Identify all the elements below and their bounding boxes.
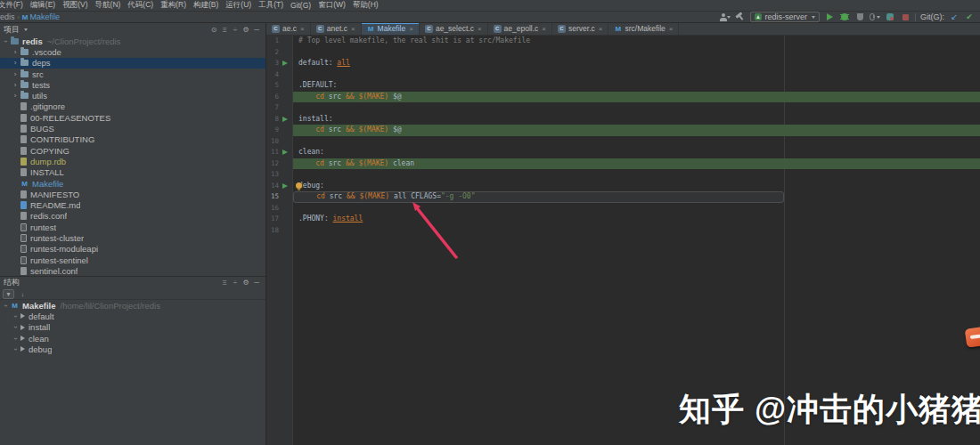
code-line-18[interactable] [293,225,980,237]
navigate-with-source-icon[interactable]: ↓ [17,289,29,299]
code-lines[interactable]: # Top level makefile, the real shit is a… [293,36,980,236]
chevron-icon[interactable]: › [12,324,20,331]
update-project-icon[interactable]: ↙ [949,12,960,22]
menu-item-3[interactable]: 导航(N) [92,0,125,11]
code-line-9[interactable]: cd src && $(MAKE) $@ [293,125,980,136]
chevron-down-icon[interactable] [24,28,28,31]
code-editor[interactable]: 123456789101112131415161718 # Top level … [266,36,980,445]
menu-item-10[interactable]: 窗口(W) [314,0,349,11]
run-target-icon[interactable] [282,61,288,66]
tree-item-runtest-moduleapi[interactable]: runtest-moduleapi [0,244,265,255]
tree-item-tests[interactable]: ›tests [0,79,265,90]
tree-item-contributing[interactable]: CONTRIBUTING [0,134,265,145]
coverage-icon[interactable] [854,12,865,22]
chevron-collapsed-icon[interactable]: › [12,81,19,89]
run-target-icon[interactable] [282,183,288,189]
breadcrumb-file[interactable]: Makefile [30,12,61,21]
tab-close-icon[interactable]: × [409,25,413,33]
gutter-row[interactable]: 15 [266,191,292,203]
chevron-collapsed-icon[interactable]: › [12,70,19,78]
breadcrumb-project[interactable]: redis [0,12,15,21]
chevron-collapsed-icon[interactable]: › [12,92,19,100]
sort-icon[interactable]: Ξ [219,26,230,34]
code-line-4[interactable] [293,69,980,81]
tab-src-makefile[interactable]: Msrc/Makefile× [608,23,679,35]
structure-item-clean[interactable]: ›clean [0,333,265,344]
gutter-row[interactable]: 3 [266,58,292,69]
code-line-11[interactable]: clean: [293,147,980,158]
menu-item-4[interactable]: 代码(C) [124,0,157,11]
tab-close-icon[interactable]: × [669,25,674,33]
collapse-all-icon[interactable]: ÷ [230,26,241,34]
stop-icon[interactable] [900,12,911,22]
menu-item-7[interactable]: 运行(U) [222,0,255,11]
structure-item-install[interactable]: ›install [0,322,265,333]
gutter-row[interactable]: 11 [266,147,292,158]
tree-item-manifesto[interactable]: MANIFESTO [0,189,265,199]
gutter-row[interactable]: 16 [266,203,292,214]
menu-item-2[interactable]: 视图(V) [59,0,91,11]
tree-item-bugs[interactable]: BUGS [0,123,265,134]
structure-item-debug[interactable]: ›debug [0,344,265,354]
tab-makefile[interactable]: MMakefile× [362,23,420,35]
chevron-icon[interactable]: › [12,312,20,320]
menu-item-5[interactable]: 重构(R) [157,0,190,11]
gutter-row[interactable]: 12 [266,158,292,170]
code-line-12[interactable]: cd src && $(MAKE) clean [293,158,980,170]
tab-server-c[interactable]: Cserver.c× [552,23,608,35]
tab-close-icon[interactable]: × [599,25,603,33]
editor-gutter[interactable]: 123456789101112131415161718 [266,36,293,445]
run-target-icon[interactable] [282,117,288,122]
tree-item-runtest-cluster[interactable]: runtest-cluster [0,232,265,243]
code-line-10[interactable] [293,136,980,148]
code-line-7[interactable] [293,102,980,114]
code-line-3[interactable]: default: all [293,58,980,69]
menu-item-9[interactable]: Git(G) [287,1,314,10]
menu-item-6[interactable]: 构建(B) [190,0,222,11]
settings-gear-icon[interactable]: ⚙ [241,26,251,34]
tree-item-dump-rdb[interactable]: dump.rdb [0,156,265,166]
code-line-5[interactable]: .DEFAULT: [293,80,980,92]
tree-item--vscode[interactable]: ›.vscode [0,46,265,57]
tree-item-sentinel-conf[interactable]: sentinel.conf [0,265,265,276]
run-icon[interactable] [824,12,835,22]
menu-item-0[interactable]: 文件(F) [0,0,27,11]
structure-item-default[interactable]: ›default [0,311,265,321]
hide-panel-icon[interactable]: ─ [251,26,262,34]
gutter-row[interactable]: 4 [266,69,292,81]
run-target-icon[interactable] [282,150,288,155]
code-line-17[interactable]: .PHONY: install [293,214,980,225]
tree-item-readme-md[interactable]: README.md [0,199,265,210]
tab-ae-epoll-c[interactable]: Cae_epoll.c× [488,23,552,35]
code-line-6[interactable]: cd src && $(MAKE) $@ [293,92,980,103]
tree-item-deps[interactable]: ›deps [0,58,265,69]
tree-item-00-releasenotes[interactable]: 00-RELEASENOTES [0,112,265,123]
tab-ae-c[interactable]: Cae.c× [266,23,311,35]
commit-icon[interactable]: ✔ [964,12,975,22]
debug-icon[interactable] [839,12,850,22]
gutter-row[interactable]: 9 [266,125,292,136]
project-panel-title[interactable]: 项目 [4,24,20,36]
menu-item-11[interactable]: 帮助(H) [349,0,382,11]
profiler-icon[interactable] [870,12,880,22]
tree-item-redis-conf[interactable]: redis.conf [0,211,265,222]
chevron-collapsed-icon[interactable]: › [12,48,19,56]
locate-icon[interactable]: ⊙ [208,26,219,34]
gutter-row[interactable]: 1 [266,36,292,47]
code-line-13[interactable] [293,169,980,181]
build-hammer-icon[interactable] [735,12,746,22]
attach-process-icon[interactable] [885,12,895,22]
tab-ae-select-c[interactable]: Cae_select.c× [420,23,488,35]
gutter-row[interactable]: 8 [266,114,292,125]
run-configuration-select[interactable]: redis-server [750,12,820,22]
tab-close-icon[interactable]: × [351,25,355,33]
hide-panel-icon[interactable]: ─ [251,279,262,287]
tab-close-icon[interactable]: × [542,25,546,33]
tree-item-copying[interactable]: COPYING [0,145,265,156]
tree-item-utils[interactable]: ›utils [0,90,265,101]
gutter-row[interactable]: 6 [266,92,292,103]
gutter-row[interactable]: 14 [266,181,292,192]
gutter-row[interactable]: 2 [266,47,292,59]
tree-item-makefile[interactable]: MMakefile [0,178,265,189]
gutter-row[interactable]: 13 [266,169,292,181]
